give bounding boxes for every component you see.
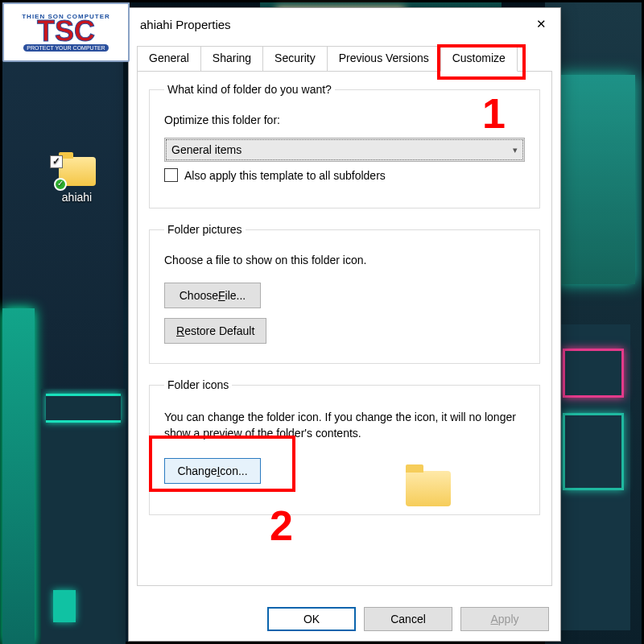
choose-file-button[interactable]: Choose File... [164, 283, 261, 308]
brand-logo: THIEN SON COMPUTER TSC PROTECT YOUR COMP… [2, 2, 130, 62]
selection-checkbox[interactable]: ✓ [50, 155, 63, 168]
checkbox-box-icon [164, 168, 178, 182]
dialog-button-row: OK Cancel Apply [267, 607, 549, 631]
apply-subfolders-label: Also apply this template to all subfolde… [184, 169, 386, 182]
desktop-folder-item[interactable]: ✓ ahiahi [47, 157, 107, 204]
tab-panel-customize: What kind of folder do you want? Optimiz… [137, 71, 552, 586]
folder-icon [59, 157, 96, 186]
folder-icons-desc: You can change the folder icon. If you c… [164, 409, 525, 442]
optimize-select-value: General items [171, 143, 242, 156]
tab-strip: General Sharing Security Previous Versio… [137, 45, 552, 71]
restore-default-button[interactable]: Restore Default [164, 318, 266, 344]
ok-button[interactable]: OK [267, 607, 356, 631]
apply-subfolders-checkbox[interactable]: Also apply this template to all subfolde… [164, 168, 525, 182]
optimize-select[interactable]: General items ▾ [164, 138, 525, 162]
desktop-background: THIEN SON COMPUTER TSC PROTECT YOUR COMP… [0, 0, 644, 644]
tab-customize[interactable]: Customize [440, 46, 518, 72]
group-folder-kind-legend: What kind of folder do you want? [164, 83, 335, 96]
folder-pictures-desc: Choose a file to show on this folder ico… [164, 254, 525, 266]
logo-main-text: TSC [37, 20, 95, 43]
chevron-down-icon: ▾ [513, 145, 518, 155]
group-folder-icons: Folder icons You can change the folder i… [149, 378, 540, 515]
tab-sharing[interactable]: Sharing [200, 46, 263, 72]
group-folder-icons-legend: Folder icons [164, 378, 232, 391]
apply-button[interactable]: Apply [460, 607, 549, 631]
change-icon-button[interactable]: Change Icon... [164, 458, 261, 484]
group-folder-pictures-legend: Folder pictures [164, 223, 246, 236]
cancel-button[interactable]: Cancel [364, 607, 452, 631]
tab-security[interactable]: Security [262, 46, 328, 72]
close-button[interactable]: ✕ [522, 10, 560, 38]
properties-dialog: ahiahi Properties ✕ General Sharing Secu… [128, 7, 561, 642]
optimize-label: Optimize this folder for: [164, 114, 525, 126]
tab-previous-versions[interactable]: Previous Versions [327, 46, 441, 72]
logo-arc-text: THIEN SON COMPUTER [22, 13, 110, 19]
sync-ok-badge-icon [54, 178, 67, 191]
group-folder-pictures: Folder pictures Choose a file to show on… [149, 223, 540, 364]
titlebar[interactable]: ahiahi Properties ✕ [129, 8, 560, 40]
window-title: ahiahi Properties [140, 18, 231, 31]
desktop-folder-label: ahiahi [62, 191, 92, 204]
tab-general[interactable]: General [137, 46, 201, 72]
close-icon: ✕ [536, 17, 547, 31]
folder-preview-icon [406, 471, 451, 506]
logo-sub-text: PROTECT YOUR COMPUTER [23, 44, 108, 52]
group-folder-kind: What kind of folder do you want? Optimiz… [149, 83, 540, 208]
